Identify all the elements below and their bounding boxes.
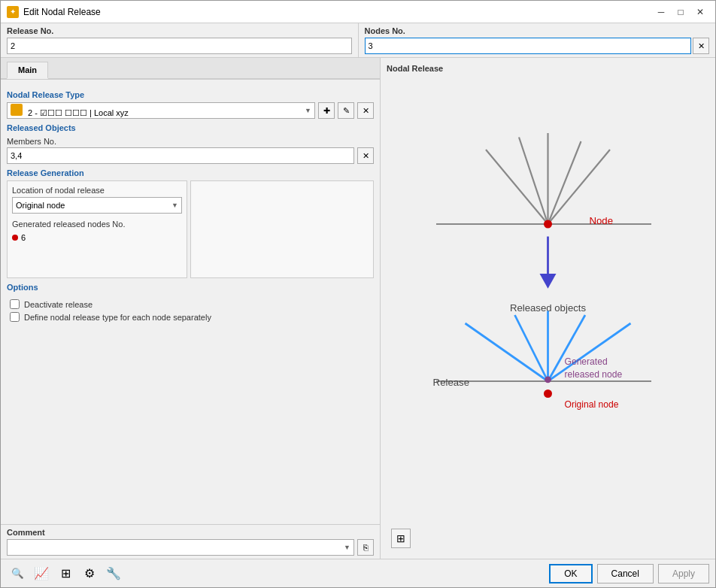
- members-clear-button[interactable]: ✕: [357, 147, 374, 164]
- diagram-label: Nodal Release: [387, 64, 709, 73]
- title-bar-left: ✦ Edit Nodal Release: [7, 6, 101, 18]
- filter-icon-button[interactable]: ⚙: [79, 563, 100, 584]
- comment-row: ▼ ⎘: [7, 539, 374, 556]
- released-objects-label: Released Objects: [7, 123, 374, 132]
- release-no-input[interactable]: [7, 38, 352, 54]
- combo-arrow-icon: ▼: [305, 107, 311, 114]
- members-field: ✕: [7, 147, 374, 164]
- options-section: Deactivate release Define nodal release …: [7, 296, 374, 328]
- release-gen-left: Location of nodal release Original node …: [7, 180, 187, 278]
- left-panel: Main Nodal Release Type 2 - ☑☐☐ ☐☐☐ | Lo…: [1, 58, 381, 559]
- svg-text:Release: Release: [433, 376, 469, 387]
- maximize-button[interactable]: □: [672, 5, 690, 20]
- edit-type-button[interactable]: ✎: [338, 102, 354, 119]
- filter-icon: ⚙: [84, 566, 95, 580]
- svg-text:Node: Node: [590, 215, 614, 226]
- tab-main[interactable]: Main: [7, 62, 48, 79]
- release-type-icon: [11, 104, 23, 116]
- nodes-no-field: Nodes No. ✕: [359, 23, 716, 57]
- svg-line-2: [519, 138, 548, 225]
- svg-text:Original node: Original node: [565, 399, 619, 410]
- combo-value: 2 - ☑☐☐ ☐☐☐ | Local xyz: [11, 104, 129, 118]
- title-bar: ✦ Edit Nodal Release ─ □ ✕: [1, 1, 715, 23]
- release-gen-section: Location of nodal release Original node …: [7, 180, 374, 278]
- delete-type-button[interactable]: ✕: [357, 102, 374, 119]
- right-panel: Nodal Release Node: [381, 58, 715, 559]
- release-no-field: Release No.: [1, 23, 359, 57]
- define-per-node-row: Define nodal release type for each node …: [10, 312, 371, 322]
- top-fields: Release No. Nodes No. ✕: [1, 23, 715, 58]
- comment-section: Comment ▼ ⎘: [1, 524, 380, 559]
- table-icon: ⊞: [61, 566, 71, 580]
- node-number: 6: [21, 233, 26, 242]
- main-content: Main Nodal Release Type 2 - ☑☐☐ ☐☐☐ | Lo…: [1, 58, 715, 559]
- table-icon-button[interactable]: ⊞: [55, 563, 76, 584]
- minimize-button[interactable]: ─: [652, 5, 670, 20]
- node-item: 6: [12, 232, 182, 244]
- nodal-release-diagram: Node Released objects: [387, 77, 709, 553]
- comment-arrow-icon: ▼: [344, 544, 350, 551]
- gen-nodes-label: Generated released nodes No.: [12, 220, 182, 229]
- nodes-no-wrapper: ✕: [365, 38, 710, 54]
- generated-nodes-section: Generated released nodes No. 6: [12, 220, 182, 244]
- members-no-label: Members No.: [7, 135, 374, 147]
- options-label: Options: [7, 283, 374, 292]
- search-icon-button[interactable]: 🔍: [7, 563, 28, 584]
- svg-text:released node: released node: [565, 369, 623, 380]
- node-dot-icon: [12, 235, 18, 241]
- deactivate-label: Deactivate release: [24, 300, 93, 309]
- bottom-bar: 🔍 📈 ⊞ ⚙ 🔧 OK Cancel Apply: [1, 559, 715, 587]
- nodal-release-type-combo[interactable]: 2 - ☑☐☐ ☐☐☐ | Local xyz ▼: [7, 102, 315, 119]
- svg-line-13: [515, 315, 548, 381]
- nodal-release-type-label: Nodal Release Type: [7, 90, 374, 99]
- comment-label: Comment: [7, 528, 374, 537]
- svg-line-4: [548, 141, 581, 224]
- release-gen-label: Release Generation: [7, 168, 374, 177]
- deactivate-checkbox[interactable]: [10, 299, 20, 309]
- release-gen-right: [190, 180, 374, 278]
- title-controls: ─ □ ✕: [652, 5, 709, 20]
- add-type-button[interactable]: ✚: [318, 102, 335, 119]
- svg-line-5: [548, 150, 611, 224]
- define-per-node-label: Define nodal release type for each node …: [24, 313, 211, 322]
- nodes-clear-button[interactable]: ✕: [693, 38, 709, 54]
- define-per-node-checkbox[interactable]: [10, 312, 20, 322]
- close-button[interactable]: ✕: [691, 5, 709, 20]
- dialog-buttons: OK Cancel Apply: [549, 564, 709, 583]
- graph-icon-button[interactable]: 📈: [31, 563, 52, 584]
- apply-button[interactable]: Apply: [658, 564, 709, 583]
- comment-copy-button[interactable]: ⎘: [357, 539, 374, 556]
- content-area: Nodal Release Type 2 - ☑☐☐ ☐☐☐ | Local x…: [1, 80, 380, 524]
- release-no-label: Release No.: [7, 26, 352, 35]
- settings-icon-button[interactable]: 🔧: [103, 563, 124, 584]
- settings-icon: 🔧: [106, 566, 121, 580]
- members-input[interactable]: [7, 147, 354, 164]
- svg-point-18: [545, 376, 551, 383]
- deactivate-row: Deactivate release: [10, 299, 371, 309]
- svg-line-12: [466, 323, 548, 381]
- nodes-no-label: Nodes No.: [365, 26, 710, 35]
- ok-button[interactable]: OK: [549, 564, 592, 583]
- main-window: ✦ Edit Nodal Release ─ □ ✕ Release No. N…: [0, 0, 716, 588]
- bottom-icons: 🔍 📈 ⊞ ⚙ 🔧: [7, 563, 124, 584]
- svg-point-6: [544, 220, 552, 229]
- svg-text:Generated: Generated: [565, 356, 608, 367]
- svg-line-1: [486, 150, 548, 224]
- window-title: Edit Nodal Release: [23, 7, 101, 17]
- nodes-no-input[interactable]: [365, 38, 692, 54]
- cancel-button[interactable]: Cancel: [597, 564, 654, 583]
- window-icon: ✦: [7, 6, 19, 18]
- diagram-area: Node Released objects: [387, 77, 709, 553]
- svg-marker-9: [540, 274, 557, 289]
- location-label: Location of nodal release: [12, 186, 182, 195]
- export-diagram-button[interactable]: ⊞: [391, 529, 411, 548]
- location-arrow-icon: ▼: [171, 202, 178, 209]
- search-icon: 🔍: [11, 568, 24, 579]
- nodal-release-type-row: 2 - ☑☐☐ ☐☐☐ | Local xyz ▼ ✚ ✎ ✕: [7, 102, 374, 119]
- svg-point-17: [544, 389, 552, 398]
- graph-icon: 📈: [34, 566, 49, 580]
- tab-bar: Main: [1, 58, 380, 80]
- location-combo[interactable]: Original node ▼: [12, 197, 182, 214]
